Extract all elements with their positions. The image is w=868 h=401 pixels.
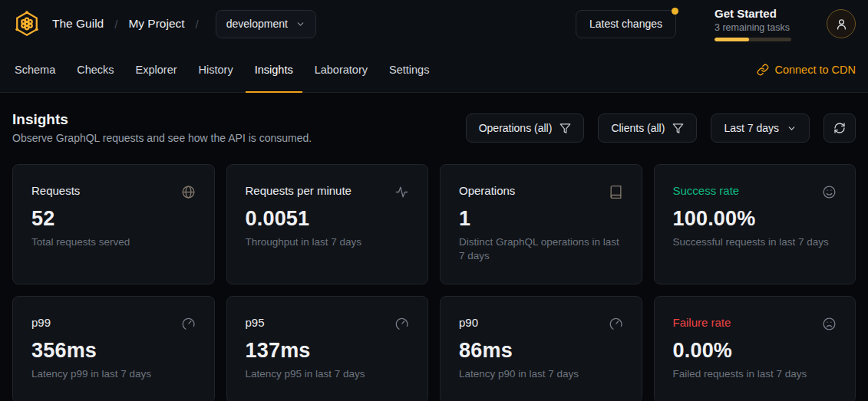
- stat-card-p90: p90 86ms Latency p90 in last 7 days: [440, 296, 642, 401]
- card-description: Total requests served: [31, 235, 196, 249]
- clients-filter-button[interactable]: Clients (all): [598, 113, 697, 143]
- connect-to-cdn-label: Connect to CDN: [774, 64, 856, 76]
- get-started-progress-track: [715, 38, 791, 41]
- tab-laboratory[interactable]: Laboratory: [305, 48, 377, 93]
- stat-card-p95: p95 137ms Latency p95 in last 7 days: [226, 296, 429, 401]
- stat-card-failure-rate: Failure rate 0.00% Failed requests in la…: [654, 296, 856, 401]
- card-description: Distinct GraphQL operations in last 7 da…: [459, 235, 623, 263]
- card-description: Throughput in last 7 days: [246, 235, 410, 249]
- card-value: 356ms: [31, 339, 196, 363]
- gauge-icon: [609, 317, 623, 331]
- latest-changes-button[interactable]: Latest changes: [576, 10, 676, 38]
- tab-explorer[interactable]: Explorer: [127, 48, 186, 93]
- date-range-select[interactable]: Last 7 days: [711, 113, 810, 143]
- notification-dot: [672, 8, 678, 15]
- refresh-icon: [833, 122, 846, 134]
- card-value: 1: [459, 207, 623, 231]
- guild-logo[interactable]: [12, 9, 41, 38]
- card-description: Failed requests in last 7 days: [673, 367, 837, 381]
- tab-schema[interactable]: Schema: [5, 48, 64, 93]
- card-title: Requests: [31, 184, 80, 197]
- activity-icon: [394, 185, 409, 199]
- filter-funnel-icon: [672, 123, 684, 134]
- environment-select[interactable]: development: [216, 10, 316, 38]
- breadcrumb-separator: /: [114, 18, 117, 31]
- date-range-value: Last 7 days: [724, 122, 779, 134]
- card-title: Success rate: [673, 184, 740, 197]
- chevron-down-icon: [787, 123, 797, 133]
- connect-to-cdn-link[interactable]: Connect to CDN: [757, 48, 856, 92]
- card-title: p90: [459, 316, 478, 329]
- page-title: Insights: [12, 111, 312, 128]
- primary-nav: Schema Checks Explorer History Insights …: [0, 48, 868, 93]
- stats-grid: Requests 52 Total requests served Reques…: [12, 164, 856, 401]
- frown-icon: [822, 317, 837, 331]
- person-icon: [835, 18, 848, 31]
- refresh-button[interactable]: [823, 113, 856, 143]
- user-avatar[interactable]: [827, 9, 856, 38]
- card-title: Failure rate: [673, 316, 731, 329]
- card-title: Requests per minute: [246, 184, 351, 197]
- tab-insights[interactable]: Insights: [246, 48, 302, 93]
- chevron-down-icon: [295, 19, 305, 29]
- card-description: Latency p99 in last 7 days: [31, 367, 196, 381]
- get-started-progress-fill: [715, 38, 749, 41]
- stat-card-operations: Operations 1 Distinct GraphQL operations…: [440, 164, 642, 284]
- card-value: 100.00%: [673, 207, 837, 231]
- stat-card-success-rate: Success rate 100.00% Successful requests…: [654, 164, 856, 284]
- card-description: Latency p90 in last 7 days: [459, 367, 623, 381]
- latest-changes-label: Latest changes: [589, 18, 662, 30]
- card-description: Successful requests in last 7 days: [673, 235, 837, 249]
- card-value: 0.0051: [246, 207, 410, 231]
- card-description: Latency p95 in last 7 days: [246, 367, 410, 381]
- get-started-title: Get Started: [715, 7, 791, 21]
- card-value: 52: [31, 207, 196, 231]
- stat-card-p99: p99 356ms Latency p99 in last 7 days: [12, 296, 215, 401]
- filter-funnel-icon: [559, 123, 571, 134]
- tab-settings[interactable]: Settings: [380, 48, 438, 93]
- breadcrumb-separator: /: [196, 18, 199, 31]
- card-title: p99: [31, 316, 51, 329]
- clients-filter-label: Clients (all): [611, 122, 665, 134]
- tab-checks[interactable]: Checks: [68, 48, 123, 93]
- card-value: 86ms: [459, 339, 623, 363]
- link-icon: [757, 64, 769, 76]
- top-header: The Guild / My Project / development Lat…: [0, 0, 868, 48]
- environment-select-value: development: [226, 18, 288, 30]
- book-icon: [609, 185, 623, 199]
- get-started-widget[interactable]: Get Started 3 remaining tasks: [715, 7, 791, 41]
- card-value: 0.00%: [673, 339, 837, 363]
- gauge-icon: [394, 317, 409, 331]
- insights-page: Insights Observe GraphQL requests and se…: [0, 93, 868, 401]
- breadcrumb-org[interactable]: The Guild: [52, 17, 104, 31]
- stat-card-requests-per-minute: Requests per minute 0.0051 Throughput in…: [226, 164, 429, 284]
- operations-filter-button[interactable]: Operations (all): [466, 113, 585, 143]
- card-value: 137ms: [246, 339, 410, 363]
- page-subtitle: Observe GraphQL requests and see how the…: [12, 132, 312, 144]
- globe-icon: [181, 185, 196, 199]
- breadcrumb-project[interactable]: My Project: [128, 17, 184, 31]
- card-title: Operations: [459, 184, 515, 197]
- smile-icon: [822, 185, 837, 199]
- gauge-icon: [181, 317, 196, 331]
- card-title: p95: [246, 316, 265, 329]
- stat-card-requests: Requests 52 Total requests served: [12, 164, 215, 284]
- tab-history[interactable]: History: [190, 48, 243, 93]
- operations-filter-label: Operations (all): [479, 122, 553, 134]
- get-started-subtitle: 3 remaining tasks: [715, 22, 791, 33]
